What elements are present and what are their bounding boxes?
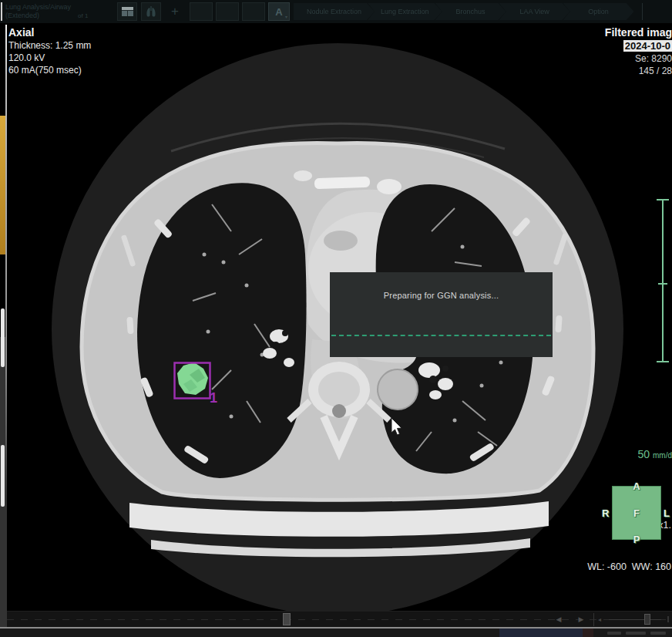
orientation-anterior: A [633,480,640,492]
nodule-number-label: 1 [210,390,217,406]
image-info-top-right: Filtered imag 2024-10-0 Se: 8290 145 / 2… [605,26,672,77]
clipped-ui-fragment [583,629,593,637]
left-arrow-icon[interactable]: ◀ [553,615,564,625]
crosshair-icon[interactable]: + [166,2,184,21]
progress-dialog: Preparing for GGN analysis... [330,272,553,357]
image-info-top-left: Axial Thickness: 1.25 mm 120.0 kV 60 mA(… [8,25,91,76]
layout-icon [122,7,133,16]
slice-position: 145 / 28 [605,65,672,77]
slider-tick-icon: ◂ [598,616,601,624]
clipped-text-fragment [607,632,621,635]
ct-viewport[interactable]: 1 Axial Thickness: 1.25 mm 120.0 kV 60 m… [7,23,672,611]
scrollbar-thumb[interactable] [283,613,291,625]
scale-label: 50mm/d [637,447,672,461]
aorta [378,369,418,410]
orientation-left: L [664,507,670,519]
slice-scrollbar[interactable]: ◀ ▶ ◂ [7,611,672,627]
toolbar-empty-button-2[interactable] [216,2,239,21]
annotation-tool-button[interactable]: A ▾ [268,2,290,21]
orientation-feet: F [633,507,640,519]
breadcrumb-bronchus[interactable]: Bronchus [435,3,506,20]
toolbar-empty-button-3[interactable] [242,2,265,21]
ma-label: 60 mA(750 msec) [8,64,91,76]
breadcrumb-lung-extraction[interactable]: Lung Extraction [368,3,442,20]
breadcrumb-nodule-extraction[interactable]: Nodule Extraction [294,3,375,20]
clipped-text-fragment [650,632,666,635]
left-series-strip[interactable] [0,23,7,629]
study-date: 2024-10-0 [623,40,672,52]
app-title: Lung Analysis/Airway (Extended) [5,3,106,20]
scale-unit: mm/d [653,451,672,460]
speed-slider-handle[interactable] [644,614,650,625]
window-level-label: WL: -600 WW: 160 [587,560,671,574]
left-scroll-thumb-2[interactable] [1,445,5,507]
clipped-ui-fragment [499,629,583,637]
lung-icon [144,5,158,19]
slider-end-tick [667,616,669,622]
clipped-text-fragment [626,632,646,635]
ruler-cap-top [657,199,669,201]
scrollbar-track-line [7,619,672,620]
toolbar-edge-marker [1,2,2,21]
speed-slider-track[interactable] [609,619,661,620]
application-window: Lung Analysis/Airway (Extended) of 1 + A… [0,0,672,637]
plane-label: Axial [8,25,91,39]
progress-message: Preparing for GGN analysis... [330,291,553,300]
progress-track [331,335,551,336]
nodule-overlay[interactable]: 1 [175,362,218,406]
orientation-posterior: P [633,534,640,545]
app-title-line2: (Extended) [5,12,106,20]
breadcrumb-laa-view[interactable]: LAA View [499,3,570,20]
lung-view-button[interactable] [141,2,161,21]
kv-label: 120.0 kV [8,52,91,64]
ruler-cap-bottom [657,361,669,362]
layout-button[interactable] [117,2,137,21]
filter-title: Filtered imag [605,26,672,39]
slab-range-marker [0,116,5,254]
orientation-right: R [602,507,609,519]
toolbar-divider [642,3,643,20]
toolbar-empty-button-1[interactable] [190,2,213,21]
ruler-line [662,199,664,362]
annotation-tool-icon: A [275,6,282,18]
scrollbar-divider [593,613,594,626]
orientation-cube: A R F L P [612,486,661,540]
bottom-edge-strip [0,629,672,637]
chevron-down-icon: ▾ [285,14,287,19]
scale-value: 50 [637,448,650,460]
scale-ruler [657,199,669,362]
left-scroll-thumb-1[interactable] [1,308,5,367]
series-indicator: of 1 [78,12,88,19]
right-arrow-icon[interactable]: ▶ [576,615,586,625]
breadcrumb-option[interactable]: Option [563,3,634,20]
series-number: Se: 8290 [605,52,672,65]
thickness-label: Thickness: 1.25 mm [8,39,91,52]
top-toolbar: Lung Analysis/Airway (Extended) of 1 + A… [0,0,672,23]
ruler-tick-middle [658,283,667,285]
panel-border [5,25,7,501]
app-title-line1: Lung Analysis/Airway [5,3,106,12]
workflow-breadcrumb: Nodule Extraction Lung Extraction Bronch… [294,3,634,20]
